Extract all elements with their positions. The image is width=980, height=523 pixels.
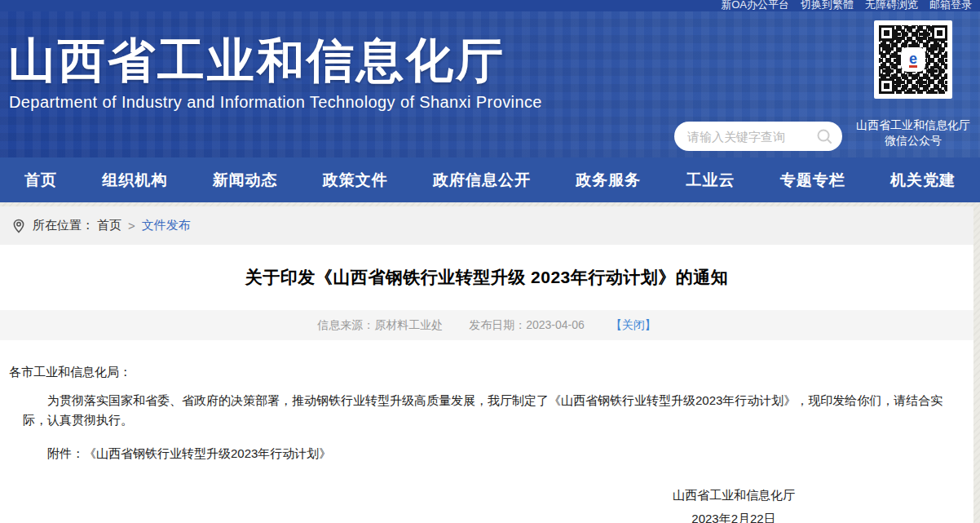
article-body: 各市工业和信息化局： 为贯彻落实国家和省委、省政府的决策部署，推动钢铁行业转型升… xyxy=(0,365,973,523)
article-meta: 信息来源：原材料工业处 发布日期：2023-04-06 【关闭】 xyxy=(0,310,973,340)
site-subtitle: Department of Industry and Information T… xyxy=(9,93,542,112)
qr-caption: 山西省工业和信息化厅 微信公众号 xyxy=(851,117,975,148)
article-content: 关于印发《山西省钢铁行业转型升级 2023年行动计划》的通知 信息来源：原材料工… xyxy=(0,245,973,523)
nav-item-home[interactable]: 首页 xyxy=(24,170,57,191)
search-box xyxy=(674,122,842,151)
meta-publish-date: 发布日期：2023-04-06 xyxy=(469,318,585,333)
salutation: 各市工业和信息化局： xyxy=(5,365,951,380)
nav-item-gov-info[interactable]: 政府信息公开 xyxy=(433,170,531,191)
qr-finder xyxy=(879,25,894,41)
breadcrumb-home-link[interactable]: 首页 xyxy=(97,218,121,233)
qr-pattern: e xyxy=(879,25,947,94)
signature-block: 山西省工业和信息化厅 2023年2月22日 xyxy=(636,488,832,523)
main-nav: 首页 组织机构 新闻动态 政策文件 政府信息公开 政务服务 工业云 专题专栏 机… xyxy=(0,157,980,202)
nav-item-news[interactable]: 新闻动态 xyxy=(213,170,278,191)
breadcrumb-separator: > xyxy=(128,219,135,233)
breadcrumb-label: 所在位置： xyxy=(33,218,94,233)
qr-finder xyxy=(932,25,947,41)
nav-item-organization[interactable]: 组织机构 xyxy=(102,170,167,191)
qr-code: e xyxy=(874,20,952,99)
topbar-link-oa[interactable]: 新OA办公平台 xyxy=(721,0,789,11)
nav-item-party-building[interactable]: 机关党建 xyxy=(890,170,956,191)
attachment-line: 附件：《山西省钢铁行业转型升级2023年行动计划》 xyxy=(23,446,951,462)
nav-item-policy[interactable]: 政策文件 xyxy=(323,170,388,191)
nav-item-services[interactable]: 政务服务 xyxy=(576,170,641,191)
topbar-link-accessibility[interactable]: 无障碍浏览 xyxy=(865,0,918,11)
nav-item-special-topics[interactable]: 专题专栏 xyxy=(780,170,845,191)
topbar: 新OA办公平台 切换到繁體 无障碍浏览 邮箱登录 xyxy=(0,0,980,11)
breadcrumb: 所在位置： 首页 > 文件发布 xyxy=(0,206,973,245)
qr-finder xyxy=(879,78,894,94)
site-title: 山西省工业和信息化厅 xyxy=(8,29,505,93)
breadcrumb-current-link[interactable]: 文件发布 xyxy=(142,218,191,233)
signature-org: 山西省工业和信息化厅 xyxy=(673,488,795,503)
site-banner: 山西省工业和信息化厅 Department of Industry and In… xyxy=(0,11,980,157)
meta-source: 信息来源：原材料工业处 xyxy=(317,318,443,333)
qr-caption-line2: 微信公众号 xyxy=(851,133,975,148)
nav-item-industry-cloud[interactable]: 工业云 xyxy=(686,170,735,191)
topbar-link-traditional[interactable]: 切换到繁體 xyxy=(801,0,854,11)
search-input[interactable] xyxy=(687,130,816,144)
body-paragraph: 为贯彻落实国家和省委、省政府的决策部署，推动钢铁行业转型升级高质量发展，我厅制定… xyxy=(23,391,951,430)
topbar-link-mail-login[interactable]: 邮箱登录 xyxy=(929,0,972,11)
close-button[interactable]: 【关闭】 xyxy=(611,318,656,333)
article-title: 关于印发《山西省钢铁行业转型升级 2023年行动计划》的通知 xyxy=(0,245,973,310)
qr-caption-line1: 山西省工业和信息化厅 xyxy=(851,117,975,133)
search-icon[interactable] xyxy=(816,128,832,144)
qr-center-logo: e xyxy=(903,49,924,70)
location-pin-icon xyxy=(11,219,26,233)
page: 新OA办公平台 切换到繁體 无障碍浏览 邮箱登录 山西省工业和信息化厅 Depa… xyxy=(0,0,980,523)
signature-date: 2023年2月22日 xyxy=(691,512,775,523)
